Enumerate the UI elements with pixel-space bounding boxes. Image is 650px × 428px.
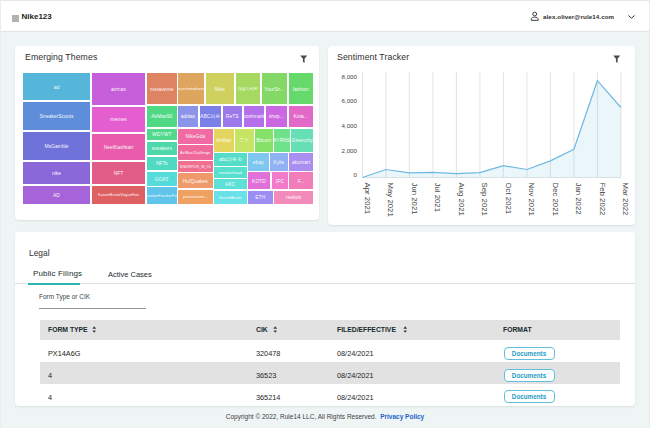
svg-text:0: 0 <box>354 171 358 178</box>
svg-text:6,000: 6,000 <box>342 97 358 104</box>
svg-text:Apr 2021: Apr 2021 <box>363 183 372 215</box>
svg-text:Oct 2021: Oct 2021 <box>504 183 513 215</box>
svg-text:Mar 2022: Mar 2022 <box>621 183 630 216</box>
svg-text:Feb 2022: Feb 2022 <box>598 183 607 216</box>
svg-text:Nov 2021: Nov 2021 <box>527 183 536 216</box>
svg-text:Jul 2021: Jul 2021 <box>433 183 442 212</box>
svg-text:Dec 2021: Dec 2021 <box>551 183 560 216</box>
svg-text:Sep 2021: Sep 2021 <box>480 183 489 216</box>
svg-text:2,000: 2,000 <box>342 147 358 154</box>
svg-text:Jun 2021: Jun 2021 <box>410 183 419 215</box>
svg-text:Jan 2022: Jan 2022 <box>574 183 583 215</box>
svg-text:May 2021: May 2021 <box>386 183 395 217</box>
svg-text:4,000: 4,000 <box>342 122 358 129</box>
svg-text:8,000: 8,000 <box>342 73 358 80</box>
svg-text:Aug 2021: Aug 2021 <box>457 183 466 216</box>
